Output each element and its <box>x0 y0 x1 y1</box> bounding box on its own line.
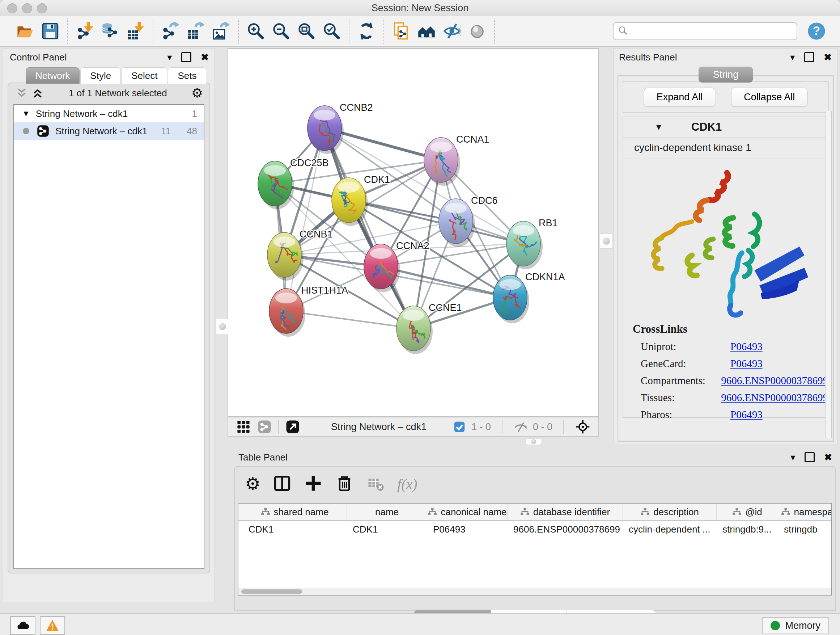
cell[interactable]: stringdb:9... <box>717 521 778 538</box>
scrollbar-thumb[interactable] <box>241 589 302 594</box>
cloud-button[interactable] <box>10 616 35 635</box>
minimize-window-icon[interactable] <box>22 3 32 13</box>
warning-button[interactable] <box>40 616 65 635</box>
column-header-shared-name[interactable]: shared name <box>243 504 347 520</box>
first-neighbors-icon[interactable] <box>416 21 437 42</box>
show-all-icon[interactable] <box>467 21 488 42</box>
tab-select[interactable]: Select <box>122 67 167 84</box>
column-header-description[interactable]: description <box>623 504 717 520</box>
cell[interactable]: CDK1 <box>243 521 347 538</box>
table-menu-icon[interactable]: ▾ <box>790 453 795 462</box>
crosslink-label: Pharos: <box>641 409 730 421</box>
import-table-icon[interactable] <box>125 21 146 42</box>
table-settings-gear-icon[interactable]: ⚙ <box>245 475 261 493</box>
node-HIST1H1A[interactable]: HIST1H1A <box>269 285 348 337</box>
network-canvas[interactable]: CCNB2CCNA1CDC25BCDK1CDC6RB1CCNB1CCNA2CDK… <box>227 48 599 417</box>
table-close-icon[interactable]: ✖ <box>824 453 832 462</box>
collapse-all-button[interactable]: Collapse All <box>731 88 807 107</box>
cell[interactable]: P06493 <box>427 521 508 538</box>
delete-column-icon[interactable] <box>335 474 354 494</box>
results-close-icon[interactable]: ✖ <box>824 52 832 62</box>
close-window-icon[interactable] <box>7 3 17 13</box>
node-RB1[interactable]: RB1 <box>507 218 558 269</box>
tab-sets[interactable]: Sets <box>168 67 206 84</box>
memory-button[interactable]: Memory <box>762 617 829 634</box>
column-header-@id[interactable]: @id <box>717 504 778 520</box>
export-network-icon[interactable] <box>160 21 181 42</box>
tab-style[interactable]: Style <box>80 67 121 84</box>
crosslink-link[interactable]: P06493 <box>730 340 763 353</box>
expand-all-button[interactable]: Expand All <box>644 88 715 107</box>
cell[interactable]: cyclin-dependent ... <box>623 521 717 538</box>
search-input[interactable] <box>613 22 797 40</box>
close-panel-icon[interactable]: ✖ <box>201 52 209 62</box>
grid-view-icon[interactable] <box>235 419 251 435</box>
zoom-in-icon[interactable] <box>245 21 266 42</box>
right-splitter-handle[interactable] <box>600 233 613 249</box>
network-status-dot <box>23 128 29 134</box>
node-CCNA1[interactable]: CCNA1 <box>424 134 489 186</box>
zoom-selected-icon[interactable] <box>321 21 342 42</box>
collapse-all-icon[interactable] <box>15 86 28 100</box>
left-splitter-handle[interactable] <box>216 319 229 334</box>
tab-string[interactable]: String <box>699 67 753 82</box>
export-table-icon[interactable] <box>185 21 206 42</box>
network-options-gear-icon[interactable]: ⚙ <box>191 87 203 100</box>
cell[interactable]: CDK1 <box>347 521 427 538</box>
refresh-icon[interactable] <box>356 21 377 42</box>
crosslink-link[interactable]: P06493 <box>730 409 763 421</box>
node-CCNA2[interactable]: CCNA2 <box>364 241 429 292</box>
help-icon[interactable]: ? <box>807 21 826 41</box>
import-network-database-icon[interactable] <box>100 21 121 42</box>
node-CCNE1[interactable]: CCNE1 <box>396 302 462 354</box>
collection-expand-icon[interactable]: ▼ <box>22 109 30 119</box>
expand-all-icon[interactable] <box>31 86 44 100</box>
hide-selected-icon[interactable] <box>441 21 462 42</box>
column-header-canonical-name[interactable]: canonical name <box>427 504 508 520</box>
crosslink-link[interactable]: 9606.ENSP00000378699 <box>721 392 828 404</box>
panel-menu-icon[interactable]: ▾ <box>167 52 172 62</box>
results-menu-icon[interactable]: ▾ <box>790 52 795 62</box>
results-scrollbar[interactable] <box>825 111 832 438</box>
crosslink-label: Compartments: <box>641 375 721 386</box>
node-CCNB2[interactable]: CCNB2 <box>308 102 373 154</box>
table-float-icon[interactable] <box>805 452 815 462</box>
zoom-fit-icon[interactable] <box>296 21 317 42</box>
open-session-icon[interactable] <box>14 21 35 42</box>
clone-network-icon[interactable] <box>391 21 412 42</box>
save-session-icon[interactable] <box>40 21 61 42</box>
selected-checkbox-icon[interactable] <box>453 420 466 434</box>
network-row[interactable]: String Network – cdk1 11 48 <box>14 122 204 140</box>
column-header-name[interactable]: name <box>347 504 427 520</box>
svg-text:?: ? <box>813 24 820 37</box>
entry-collapse-icon[interactable]: ▼ <box>654 122 663 132</box>
cell[interactable]: stringdb <box>778 521 832 538</box>
add-column-icon[interactable] <box>304 474 323 494</box>
node-CDKN1A[interactable]: CDKN1A <box>493 272 565 323</box>
crosslink-link[interactable]: 9606.ENSP00000378699 <box>721 375 828 386</box>
table-row[interactable]: CDK1CDK1P064939606.ENSP00000378699cyclin… <box>238 521 831 538</box>
function-builder-icon: f(x) <box>397 476 417 493</box>
tab-network[interactable]: Network <box>26 67 80 84</box>
cell[interactable]: 9606.ENSP00000378699 <box>508 521 623 538</box>
bottom-splitter-handle[interactable] <box>525 439 542 445</box>
node-CDK1[interactable]: CDK1 <box>332 174 390 226</box>
column-header-database-identifier[interactable]: database identifier <box>508 504 623 520</box>
export-image-icon[interactable] <box>210 21 232 42</box>
column-header-namespac[interactable]: namespac <box>778 504 832 520</box>
show-column-icon[interactable] <box>273 474 292 494</box>
birdseye-view-icon[interactable] <box>285 419 301 435</box>
hidden-eye-icon[interactable] <box>513 420 528 434</box>
network-view-share-icon[interactable] <box>256 419 272 435</box>
results-float-icon[interactable] <box>804 52 814 62</box>
maximize-window-icon[interactable] <box>37 3 47 13</box>
import-network-file-icon[interactable] <box>74 21 95 42</box>
float-panel-icon[interactable] <box>181 52 191 62</box>
node-CCNB1[interactable]: CCNB1 <box>267 229 333 280</box>
crosslink-link[interactable]: P06493 <box>730 358 763 370</box>
zoom-out-icon[interactable] <box>271 21 292 42</box>
node-CDC25B[interactable]: CDC25B <box>258 157 329 209</box>
fit-selected-crosshair-icon[interactable] <box>575 419 591 435</box>
network-collection-row[interactable]: ▼ String Network – cdk1 1 <box>14 105 204 122</box>
node-CDC6[interactable]: CDC6 <box>439 195 498 248</box>
